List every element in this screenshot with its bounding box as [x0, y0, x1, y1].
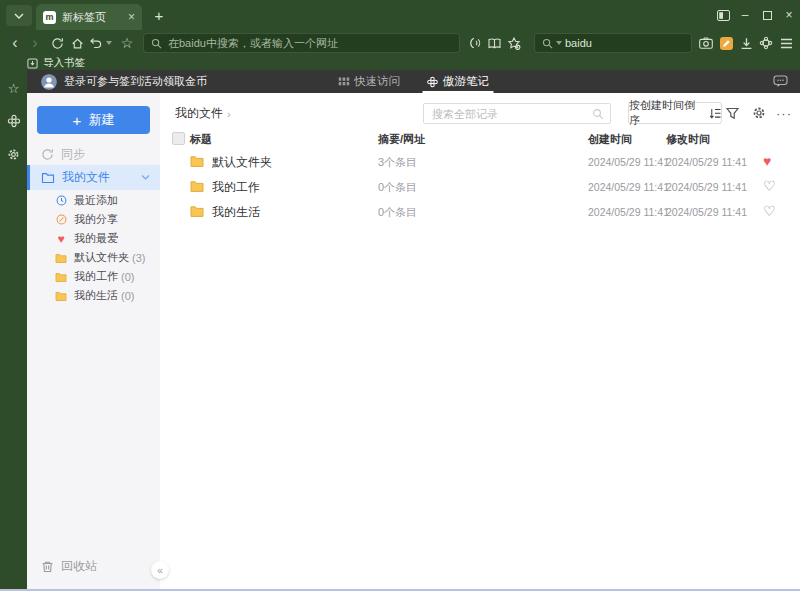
notes-search-input[interactable]	[432, 108, 592, 120]
sort-order-button[interactable]: 按创建时间倒序	[628, 102, 722, 124]
new-note-label: 新建	[88, 111, 114, 129]
undo-button[interactable]	[87, 33, 105, 53]
column-modified[interactable]: 修改时间	[666, 129, 710, 149]
tab-close-icon[interactable]: ×	[128, 11, 135, 23]
engine-dropdown-icon[interactable]	[556, 41, 562, 45]
forward-button[interactable]: ›	[25, 33, 45, 53]
more-button[interactable]: ···	[776, 105, 792, 121]
address-input[interactable]	[168, 37, 452, 49]
notes-header: 登录可参与签到活动领取金币 快速访问 傲游笔记	[27, 70, 800, 93]
settings-button[interactable]	[751, 105, 767, 121]
row-title: 我的工作	[212, 179, 260, 196]
sidebar-item-favorites[interactable]: ♥ 我的最爱	[27, 229, 160, 248]
refresh-button[interactable]	[47, 33, 67, 53]
caret-down-icon	[106, 41, 112, 45]
heart-icon: ♥	[55, 233, 67, 245]
maximize-button[interactable]	[756, 0, 778, 30]
browser-tab[interactable]: m 新标签页 ×	[36, 4, 142, 30]
menu-button[interactable]	[776, 33, 796, 53]
sync-button[interactable]: 同步	[27, 143, 160, 165]
item-count: (3)	[132, 252, 145, 264]
trash-button[interactable]: 回收站	[41, 558, 97, 575]
favorite-heart-icon[interactable]: ♡	[763, 178, 776, 195]
minimize-button[interactable]: –	[734, 0, 756, 30]
header-tabs: 快速访问 傲游笔记	[338, 70, 489, 93]
select-all-checkbox[interactable]	[172, 132, 185, 145]
downloads-button[interactable]	[736, 33, 756, 53]
engine-search-input[interactable]	[565, 37, 707, 49]
chevron-down-icon	[14, 13, 24, 19]
collapse-sidebar-button[interactable]: «	[151, 561, 169, 579]
folder-icon	[190, 180, 204, 192]
tab-quick-access[interactable]: 快速访问	[338, 70, 400, 93]
favorites-settings-button[interactable]	[504, 33, 524, 53]
breadcrumb[interactable]: 我的文件 ›	[175, 105, 231, 122]
settings-panel-button[interactable]	[6, 146, 22, 162]
row-created: 2024/05/29 11:41	[588, 206, 669, 218]
sidebar-item-life-folder[interactable]: 我的生活 (0)	[27, 286, 160, 305]
sort-order-icon	[709, 108, 721, 119]
folder-icon	[55, 272, 67, 282]
table-header: 标题 摘要/网址 创建时间 修改时间	[160, 129, 800, 149]
column-summary[interactable]: 摘要/网址	[378, 129, 425, 149]
maxnote-panel-button[interactable]	[6, 113, 22, 129]
sidebar-item-recent[interactable]: 最近添加	[27, 191, 160, 210]
gear-icon	[7, 148, 20, 161]
table-row[interactable]: 我的工作 0个条目 2024/05/29 11:41 2024/05/29 11…	[160, 174, 800, 199]
reading-mode-button[interactable]	[484, 33, 504, 53]
breadcrumb-arrow-icon: ›	[227, 108, 231, 120]
favorite-heart-icon[interactable]: ♡	[763, 203, 776, 220]
sidebar-item-shares[interactable]: 我的分享	[27, 210, 160, 229]
chevron-down-icon[interactable]	[141, 175, 150, 180]
my-files-label: 我的文件	[62, 169, 110, 186]
sidebar-item-default-folder[interactable]: 默认文件夹 (3)	[27, 248, 160, 267]
tab-list-dropdown-button[interactable]	[6, 5, 32, 26]
row-created: 2024/05/29 11:41	[588, 156, 669, 168]
split-screen-button[interactable]	[712, 0, 734, 30]
undo-dropdown-caret[interactable]	[105, 41, 113, 45]
column-created[interactable]: 创建时间	[588, 129, 632, 149]
tab-maxnote[interactable]: 傲游笔记	[426, 70, 489, 93]
toolbar-right-group	[696, 33, 796, 53]
screenshot-button[interactable]	[696, 33, 716, 53]
maxnote-button[interactable]	[716, 33, 736, 53]
filter-button[interactable]	[724, 105, 740, 121]
search-icon	[592, 108, 604, 120]
row-modified: 2024/05/29 11:41	[666, 181, 747, 193]
sidebar-item-work-folder[interactable]: 我的工作 (0)	[27, 267, 160, 286]
maxthon-logo-icon: m	[43, 11, 56, 24]
new-note-button[interactable]: + 新建	[37, 106, 150, 134]
row-created: 2024/05/29 11:41	[588, 181, 669, 193]
favorite-page-button[interactable]: ☆	[117, 33, 137, 53]
trash-icon	[41, 560, 54, 573]
row-modified: 2024/05/29 11:41	[666, 156, 747, 168]
tab-label: 快速访问	[354, 74, 400, 89]
engine-search-box[interactable]	[534, 33, 692, 53]
login-banner[interactable]: 登录可参与签到活动领取金币	[64, 74, 207, 89]
feedback-button[interactable]	[773, 75, 788, 88]
item-label: 我的工作	[74, 269, 118, 284]
item-count: (0)	[121, 290, 134, 302]
grid-icon	[338, 77, 349, 86]
sidebar-item-my-files[interactable]: 我的文件	[27, 165, 160, 190]
address-bar[interactable]	[143, 33, 460, 53]
close-button[interactable]: ×	[778, 0, 800, 30]
clover-icon	[7, 114, 21, 128]
table-body: 默认文件夹 3个条目 2024/05/29 11:41 2024/05/29 1…	[160, 149, 800, 224]
avatar[interactable]	[41, 74, 57, 90]
breadcrumb-label[interactable]: 我的文件	[175, 105, 223, 122]
extensions-button[interactable]	[756, 33, 776, 53]
import-bookmarks-button[interactable]: 导入书签	[43, 56, 85, 70]
read-aloud-button[interactable]	[464, 33, 484, 53]
back-button[interactable]: ‹	[5, 33, 25, 53]
table-row[interactable]: 默认文件夹 3个条目 2024/05/29 11:41 2024/05/29 1…	[160, 149, 800, 174]
table-row[interactable]: 我的生活 0个条目 2024/05/29 11:41 2024/05/29 11…	[160, 199, 800, 224]
favorites-panel-button[interactable]: ☆	[6, 80, 22, 96]
row-title: 默认文件夹	[212, 154, 272, 171]
column-title[interactable]: 标题	[190, 129, 212, 149]
notes-search-box[interactable]	[423, 103, 611, 124]
clover-icon	[426, 76, 438, 88]
new-tab-button[interactable]: +	[150, 6, 168, 24]
favorite-heart-icon[interactable]: ♥	[763, 153, 771, 170]
home-button[interactable]	[67, 33, 87, 53]
